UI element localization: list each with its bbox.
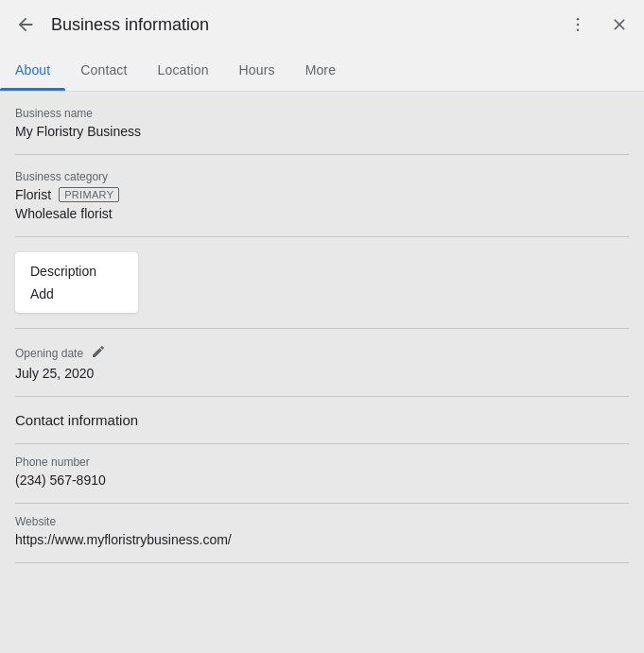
page-title: Business information <box>51 15 565 35</box>
website-value: https://www.myfloristrybusiness.com/ <box>15 532 629 562</box>
business-category-secondary: Wholesale florist <box>15 206 629 221</box>
tab-contact[interactable]: Contact <box>65 49 142 91</box>
business-name-label: Business name <box>15 107 629 120</box>
description-card-title: Description <box>30 264 123 279</box>
opening-date-header: Opening date <box>15 344 629 362</box>
business-category-section: Business category Florist PRIMARY Wholes… <box>0 155 644 236</box>
description-card[interactable]: Description Add <box>15 252 138 313</box>
business-category-values: Florist PRIMARY Wholesale florist <box>15 187 629 236</box>
opening-date-section: Opening date July 25, 2020 <box>0 329 644 396</box>
content-area: Business name My Floristry Business Busi… <box>0 92 644 563</box>
contact-information-section: Contact information <box>0 397 644 428</box>
more-options-button[interactable] <box>565 11 591 38</box>
spacer-1 <box>0 313 644 328</box>
tab-hours[interactable]: Hours <box>224 49 290 91</box>
edit-opening-date-icon[interactable] <box>91 344 106 362</box>
website-section: Website https://www.myfloristrybusiness.… <box>0 504 644 562</box>
business-category-label: Business category <box>15 170 629 183</box>
tab-more[interactable]: More <box>290 49 351 91</box>
divider-7 <box>15 562 629 563</box>
primary-badge: PRIMARY <box>59 187 119 202</box>
svg-point-1 <box>577 24 580 26</box>
tab-location[interactable]: Location <box>143 49 224 91</box>
header-actions <box>565 11 633 38</box>
divider-2 <box>15 236 629 237</box>
tabs-bar: About Contact Location Hours More <box>0 49 644 92</box>
svg-point-0 <box>577 18 580 21</box>
close-button[interactable] <box>606 11 633 38</box>
description-add-action[interactable]: Add <box>30 286 123 301</box>
phone-number-value: (234) 567-8910 <box>15 473 629 503</box>
contact-information-title: Contact information <box>15 412 629 428</box>
florist-label: Florist <box>15 187 51 202</box>
phone-number-label: Phone number <box>15 455 629 469</box>
opening-date-label: Opening date <box>15 347 83 360</box>
phone-number-section: Phone number (234) 567-8910 <box>0 444 644 503</box>
business-name-value: My Floristry Business <box>15 124 629 154</box>
back-button[interactable] <box>11 10 40 39</box>
svg-point-2 <box>577 29 580 32</box>
business-category-primary-row: Florist PRIMARY <box>15 187 629 202</box>
opening-date-value: July 25, 2020 <box>15 366 629 396</box>
tab-about[interactable]: About <box>0 49 65 91</box>
business-name-section: Business name My Floristry Business <box>0 92 644 154</box>
header: Business information <box>0 0 644 49</box>
website-label: Website <box>15 515 629 528</box>
